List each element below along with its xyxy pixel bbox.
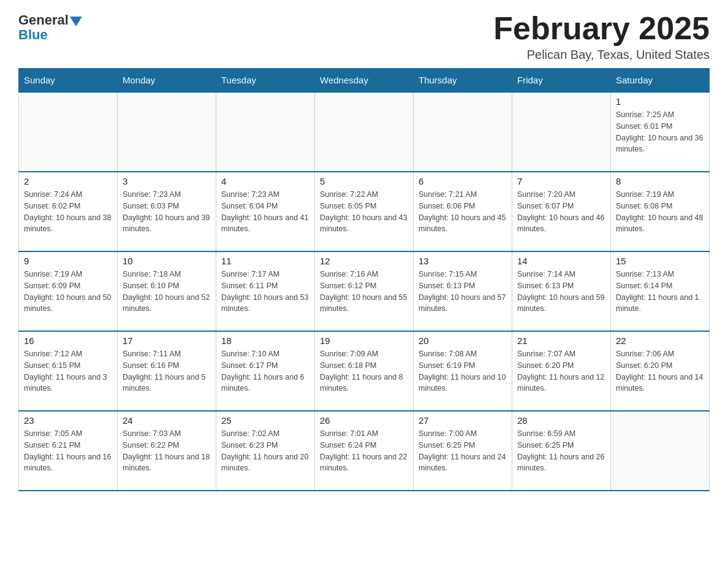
day-number: 8 xyxy=(616,176,704,186)
day-info: Sunrise: 7:23 AMSunset: 6:03 PMDaylight:… xyxy=(123,189,211,235)
calendar-day-cell xyxy=(315,92,414,172)
logo-general-text: General xyxy=(18,12,69,28)
day-number: 15 xyxy=(616,256,704,266)
calendar-day-cell: 15Sunrise: 7:13 AMSunset: 6:14 PMDayligh… xyxy=(611,251,710,331)
calendar-day-cell: 20Sunrise: 7:08 AMSunset: 6:19 PMDayligh… xyxy=(414,331,512,411)
day-number: 28 xyxy=(517,415,605,426)
day-info: Sunrise: 7:17 AMSunset: 6:11 PMDaylight:… xyxy=(221,269,309,315)
day-number: 1 xyxy=(616,96,704,107)
day-info: Sunrise: 7:11 AMSunset: 6:16 PMDaylight:… xyxy=(123,348,211,394)
weekday-header-row: SundayMondayTuesdayWednesdayThursdayFrid… xyxy=(19,69,710,93)
day-number: 22 xyxy=(616,335,704,346)
calendar-day-cell xyxy=(118,92,216,172)
day-number: 10 xyxy=(123,256,211,266)
day-info: Sunrise: 7:24 AMSunset: 6:02 PMDaylight:… xyxy=(24,189,112,235)
calendar-day-cell xyxy=(414,92,512,172)
weekday-header-tuesday: Tuesday xyxy=(216,69,315,93)
calendar-day-cell xyxy=(611,411,710,491)
day-info: Sunrise: 7:12 AMSunset: 6:15 PMDaylight:… xyxy=(24,348,112,394)
day-number: 16 xyxy=(24,335,112,346)
day-info: Sunrise: 7:19 AMSunset: 6:09 PMDaylight:… xyxy=(24,269,112,315)
weekday-header-wednesday: Wednesday xyxy=(315,69,414,93)
calendar-week-row: 9Sunrise: 7:19 AMSunset: 6:09 PMDaylight… xyxy=(19,251,710,331)
calendar-day-cell xyxy=(19,92,118,172)
day-number: 19 xyxy=(320,335,408,346)
day-number: 7 xyxy=(517,176,605,186)
day-info: Sunrise: 7:00 AMSunset: 6:25 PMDaylight:… xyxy=(419,428,507,474)
day-number: 20 xyxy=(419,335,507,346)
calendar-day-cell: 18Sunrise: 7:10 AMSunset: 6:17 PMDayligh… xyxy=(216,331,315,411)
day-number: 25 xyxy=(221,415,309,426)
weekday-header-friday: Friday xyxy=(512,69,611,93)
day-number: 11 xyxy=(221,256,309,266)
day-info: Sunrise: 7:08 AMSunset: 6:19 PMDaylight:… xyxy=(419,348,507,394)
logo-triangle-icon xyxy=(70,17,82,26)
day-info: Sunrise: 7:21 AMSunset: 6:06 PMDaylight:… xyxy=(419,189,507,235)
calendar-day-cell: 17Sunrise: 7:11 AMSunset: 6:16 PMDayligh… xyxy=(118,331,216,411)
day-info: Sunrise: 7:10 AMSunset: 6:17 PMDaylight:… xyxy=(221,348,309,394)
calendar-day-cell xyxy=(512,92,611,172)
logo: General Blue xyxy=(18,12,82,43)
calendar-day-cell: 7Sunrise: 7:20 AMSunset: 6:07 PMDaylight… xyxy=(512,172,611,251)
day-info: Sunrise: 7:09 AMSunset: 6:18 PMDaylight:… xyxy=(320,348,408,394)
weekday-header-thursday: Thursday xyxy=(414,69,512,93)
weekday-header-saturday: Saturday xyxy=(611,69,710,93)
calendar-day-cell: 8Sunrise: 7:19 AMSunset: 6:08 PMDaylight… xyxy=(611,172,710,251)
calendar-day-cell: 13Sunrise: 7:15 AMSunset: 6:13 PMDayligh… xyxy=(414,251,512,331)
day-number: 21 xyxy=(517,335,605,346)
page-header: General Blue February 2025 Pelican Bay, … xyxy=(18,12,710,62)
day-number: 9 xyxy=(24,256,112,266)
calendar-week-row: 16Sunrise: 7:12 AMSunset: 6:15 PMDayligh… xyxy=(19,331,710,411)
calendar-week-row: 1Sunrise: 7:25 AMSunset: 6:01 PMDaylight… xyxy=(19,92,710,172)
calendar-day-cell: 11Sunrise: 7:17 AMSunset: 6:11 PMDayligh… xyxy=(216,251,315,331)
calendar-day-cell: 12Sunrise: 7:16 AMSunset: 6:12 PMDayligh… xyxy=(315,251,414,331)
day-info: Sunrise: 7:05 AMSunset: 6:21 PMDaylight:… xyxy=(24,428,112,474)
day-number: 12 xyxy=(320,256,408,266)
day-number: 3 xyxy=(123,176,211,186)
day-number: 26 xyxy=(320,415,408,426)
day-number: 23 xyxy=(24,415,112,426)
day-info: Sunrise: 7:18 AMSunset: 6:10 PMDaylight:… xyxy=(123,269,211,315)
day-info: Sunrise: 7:06 AMSunset: 6:20 PMDaylight:… xyxy=(616,348,704,394)
calendar-day-cell: 4Sunrise: 7:23 AMSunset: 6:04 PMDaylight… xyxy=(216,172,315,251)
weekday-header-sunday: Sunday xyxy=(19,69,118,93)
location-subtitle: Pelican Bay, Texas, United States xyxy=(493,48,710,62)
calendar-day-cell: 5Sunrise: 7:22 AMSunset: 6:05 PMDaylight… xyxy=(315,172,414,251)
calendar-day-cell: 10Sunrise: 7:18 AMSunset: 6:10 PMDayligh… xyxy=(118,251,216,331)
day-info: Sunrise: 7:25 AMSunset: 6:01 PMDaylight:… xyxy=(616,109,704,155)
calendar-day-cell: 27Sunrise: 7:00 AMSunset: 6:25 PMDayligh… xyxy=(414,411,512,491)
month-title: February 2025 xyxy=(493,12,710,44)
day-info: Sunrise: 6:59 AMSunset: 6:25 PMDaylight:… xyxy=(517,428,605,474)
weekday-header-monday: Monday xyxy=(118,69,216,93)
day-number: 27 xyxy=(419,415,507,426)
day-info: Sunrise: 7:07 AMSunset: 6:20 PMDaylight:… xyxy=(517,348,605,394)
calendar-day-cell: 22Sunrise: 7:06 AMSunset: 6:20 PMDayligh… xyxy=(611,331,710,411)
calendar-week-row: 23Sunrise: 7:05 AMSunset: 6:21 PMDayligh… xyxy=(19,411,710,491)
day-number: 17 xyxy=(123,335,211,346)
logo-blue-text: Blue xyxy=(18,27,48,43)
day-info: Sunrise: 7:03 AMSunset: 6:22 PMDaylight:… xyxy=(123,428,211,474)
day-number: 6 xyxy=(419,176,507,186)
day-info: Sunrise: 7:15 AMSunset: 6:13 PMDaylight:… xyxy=(419,269,507,315)
calendar-day-cell: 2Sunrise: 7:24 AMSunset: 6:02 PMDaylight… xyxy=(19,172,118,251)
calendar-week-row: 2Sunrise: 7:24 AMSunset: 6:02 PMDaylight… xyxy=(19,172,710,251)
day-info: Sunrise: 7:19 AMSunset: 6:08 PMDaylight:… xyxy=(616,189,704,235)
day-info: Sunrise: 7:20 AMSunset: 6:07 PMDaylight:… xyxy=(517,189,605,235)
calendar-day-cell xyxy=(216,92,315,172)
calendar-day-cell: 21Sunrise: 7:07 AMSunset: 6:20 PMDayligh… xyxy=(512,331,611,411)
calendar-day-cell: 24Sunrise: 7:03 AMSunset: 6:22 PMDayligh… xyxy=(118,411,216,491)
day-number: 2 xyxy=(24,176,112,186)
calendar-day-cell: 1Sunrise: 7:25 AMSunset: 6:01 PMDaylight… xyxy=(611,92,710,172)
calendar-day-cell: 19Sunrise: 7:09 AMSunset: 6:18 PMDayligh… xyxy=(315,331,414,411)
day-info: Sunrise: 7:14 AMSunset: 6:13 PMDaylight:… xyxy=(517,269,605,315)
day-info: Sunrise: 7:01 AMSunset: 6:24 PMDaylight:… xyxy=(320,428,408,474)
day-info: Sunrise: 7:13 AMSunset: 6:14 PMDaylight:… xyxy=(616,269,704,315)
day-info: Sunrise: 7:02 AMSunset: 6:23 PMDaylight:… xyxy=(221,428,309,474)
day-number: 24 xyxy=(123,415,211,426)
day-number: 13 xyxy=(419,256,507,266)
calendar-day-cell: 3Sunrise: 7:23 AMSunset: 6:03 PMDaylight… xyxy=(118,172,216,251)
calendar-day-cell: 28Sunrise: 6:59 AMSunset: 6:25 PMDayligh… xyxy=(512,411,611,491)
title-section: February 2025 Pelican Bay, Texas, United… xyxy=(493,12,710,62)
calendar-day-cell: 9Sunrise: 7:19 AMSunset: 6:09 PMDaylight… xyxy=(19,251,118,331)
day-number: 14 xyxy=(517,256,605,266)
